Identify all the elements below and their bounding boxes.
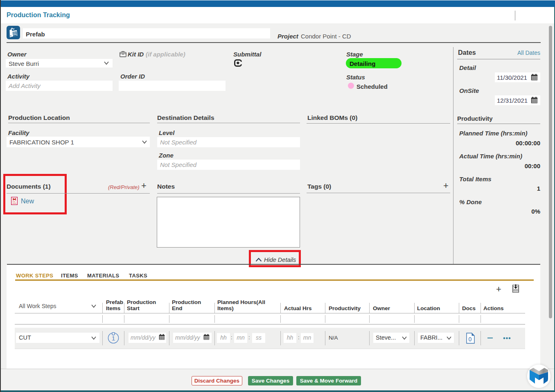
svg-text:0: 0 — [469, 336, 472, 342]
svg-text:1: 1 — [112, 335, 115, 342]
